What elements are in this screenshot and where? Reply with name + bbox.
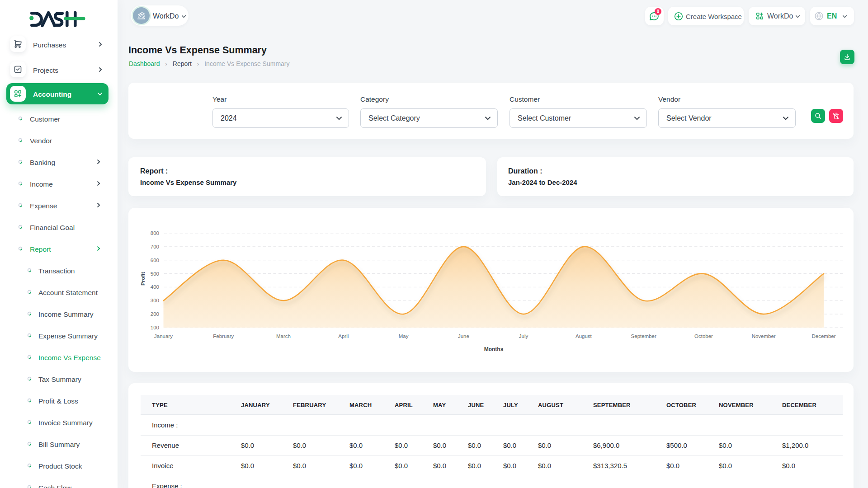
- svg-text:September: September: [631, 333, 656, 339]
- svg-text:August: August: [576, 333, 592, 339]
- svg-text:March: March: [276, 333, 291, 339]
- svg-text:700: 700: [151, 244, 159, 249]
- svg-text:November: November: [752, 333, 776, 339]
- svg-text:600: 600: [151, 258, 159, 263]
- svg-text:500: 500: [151, 271, 159, 277]
- svg-text:100: 100: [151, 325, 159, 330]
- svg-text:800: 800: [151, 230, 159, 236]
- svg-text:February: February: [213, 333, 234, 339]
- svg-text:200: 200: [151, 311, 159, 317]
- svg-text:Profit: Profit: [140, 272, 146, 286]
- svg-text:January: January: [154, 333, 173, 339]
- svg-text:April: April: [338, 333, 349, 339]
- svg-text:December: December: [811, 333, 835, 339]
- svg-text:October: October: [694, 333, 713, 339]
- svg-text:June: June: [458, 333, 469, 339]
- svg-text:400: 400: [151, 284, 159, 290]
- svg-text:May: May: [399, 333, 409, 339]
- svg-text:July: July: [519, 333, 528, 339]
- svg-text:300: 300: [151, 298, 159, 303]
- svg-text:Months: Months: [484, 346, 504, 352]
